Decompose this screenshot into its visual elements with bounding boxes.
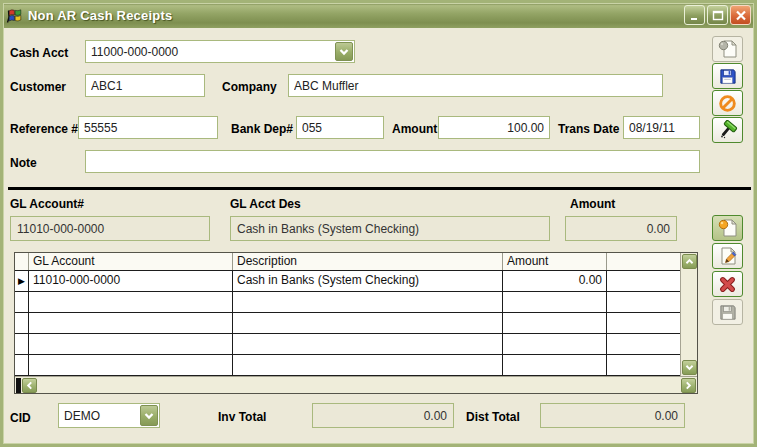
close-icon xyxy=(735,10,747,21)
reference-input[interactable] xyxy=(78,116,218,139)
grid-empty-row[interactable] xyxy=(15,334,680,355)
chevron-right-icon xyxy=(685,381,692,390)
inv-total-field: 0.00 xyxy=(312,403,454,428)
chevron-left-icon xyxy=(26,381,33,390)
grid-header-amount: Amount xyxy=(503,253,607,270)
grid-empty-row[interactable] xyxy=(15,355,680,376)
customer-label: Customer xyxy=(10,80,66,94)
cash-acct-value: 11000-000-0000 xyxy=(86,45,334,59)
gl-account-label: GL Account# xyxy=(10,197,84,211)
grid-cell[interactable] xyxy=(233,313,503,333)
edit-row-button[interactable] xyxy=(712,243,743,269)
gl-acct-des-field: Cash in Banks (System Checking) xyxy=(230,216,550,241)
row-selector-icon: ▶ xyxy=(15,271,29,291)
new-row-button[interactable] xyxy=(712,215,743,241)
note-label: Note xyxy=(10,156,37,170)
new-record-button[interactable] xyxy=(712,36,743,62)
scroll-left-button[interactable] xyxy=(22,378,37,393)
exit-button[interactable] xyxy=(712,117,743,143)
grid-cell-extra[interactable] xyxy=(607,271,680,291)
chevron-down-icon xyxy=(144,412,154,420)
grid-cell[interactable] xyxy=(29,355,233,375)
non-ar-cash-receipts-window: Non AR Cash Receipts Cash Acct 11000-000… xyxy=(0,0,757,447)
section-divider xyxy=(8,187,751,190)
grid-header-row: GL Account Description Amount xyxy=(15,253,680,271)
grid-header-description: Description xyxy=(233,253,503,270)
cancel-button[interactable] xyxy=(712,90,743,116)
grid-cell[interactable] xyxy=(29,313,233,333)
scroll-right-button[interactable] xyxy=(681,378,696,393)
close-button[interactable] xyxy=(730,5,751,25)
cid-value: DEMO xyxy=(59,409,139,423)
customer-input[interactable] xyxy=(85,74,205,97)
grid-cell[interactable] xyxy=(503,313,607,333)
grid-cell[interactable] xyxy=(607,313,680,333)
maximize-icon xyxy=(712,10,724,21)
maximize-button[interactable] xyxy=(707,5,728,25)
bank-dep-input[interactable] xyxy=(296,116,384,139)
grid-cell[interactable] xyxy=(607,334,680,354)
reference-label: Reference # xyxy=(10,122,78,136)
save-row-button[interactable] xyxy=(712,299,743,325)
scroll-down-button[interactable] xyxy=(682,360,697,375)
grid-cell[interactable] xyxy=(15,292,29,312)
dist-total-field: 0.00 xyxy=(540,403,685,428)
grid-cell[interactable] xyxy=(607,292,680,312)
grid-horizontal-scrollbar[interactable] xyxy=(15,376,697,393)
gl-account-field: 11010-000-0000 xyxy=(10,216,210,241)
windows-flag-icon xyxy=(6,7,23,24)
grid-table-area: GL Account Description Amount ▶ 11010-00… xyxy=(15,253,680,376)
grid-empty-row[interactable] xyxy=(15,292,680,313)
company-label: Company xyxy=(222,80,277,94)
save-button[interactable] xyxy=(712,63,743,89)
trans-date-input[interactable] xyxy=(623,116,700,139)
bank-dep-label: Bank Dep# xyxy=(231,122,293,136)
grid-cell[interactable] xyxy=(233,334,503,354)
grid-vertical-scrollbar[interactable] xyxy=(680,253,697,376)
cancel-icon xyxy=(718,94,737,113)
chevron-down-icon xyxy=(685,364,694,371)
grid-header-gl-account: GL Account xyxy=(29,253,233,270)
grid-cell[interactable] xyxy=(503,292,607,312)
titlebar-buttons xyxy=(684,5,751,25)
grid-cell-description[interactable]: Cash in Banks (System Checking) xyxy=(233,271,503,291)
exit-hammer-icon xyxy=(718,120,738,140)
amount-input[interactable] xyxy=(438,116,550,139)
cid-label: CID xyxy=(10,411,31,425)
grid-cell[interactable] xyxy=(607,355,680,375)
delete-row-button[interactable] xyxy=(712,271,743,297)
hscroll-thumb[interactable] xyxy=(16,378,21,393)
grid-cell[interactable] xyxy=(29,292,233,312)
grid-cell[interactable] xyxy=(503,355,607,375)
cash-acct-dropdown-button[interactable] xyxy=(335,42,353,61)
grid-cell-amount[interactable]: 0.00 xyxy=(503,271,607,291)
gl-amount-label: Amount xyxy=(570,197,615,211)
grid-body: ▶ 11010-000-0000 Cash in Banks (System C… xyxy=(15,271,680,376)
chevron-down-icon xyxy=(339,48,349,56)
amount-label: Amount xyxy=(392,122,437,136)
cash-acct-label: Cash Acct xyxy=(10,46,68,60)
cid-dropdown-button[interactable] xyxy=(140,405,158,426)
grid-cell[interactable] xyxy=(233,292,503,312)
grid-cell[interactable] xyxy=(15,355,29,375)
grid-cell[interactable] xyxy=(503,334,607,354)
minimize-button[interactable] xyxy=(684,5,705,25)
grid-cell[interactable] xyxy=(15,313,29,333)
grid-cell[interactable] xyxy=(233,355,503,375)
titlebar[interactable]: Non AR Cash Receipts xyxy=(2,2,755,28)
company-input[interactable] xyxy=(288,74,663,97)
note-input[interactable] xyxy=(85,150,700,173)
cash-acct-combo[interactable]: 11000-000-0000 xyxy=(85,40,355,63)
grid-cell-gl-account[interactable]: 11010-000-0000 xyxy=(29,271,233,291)
grid-empty-row[interactable] xyxy=(15,313,680,334)
inv-total-label: Inv Total xyxy=(218,410,266,424)
edit-row-icon xyxy=(718,246,738,266)
grid-row[interactable]: ▶ 11010-000-0000 Cash in Banks (System C… xyxy=(15,271,680,292)
grid-cell[interactable] xyxy=(29,334,233,354)
cid-combo[interactable]: DEMO xyxy=(58,403,160,428)
save-row-icon xyxy=(718,303,737,322)
new-record-icon xyxy=(718,39,738,59)
grid-cell[interactable] xyxy=(15,334,29,354)
scroll-up-button[interactable] xyxy=(682,254,697,269)
gl-distribution-grid: GL Account Description Amount ▶ 11010-00… xyxy=(14,252,698,394)
